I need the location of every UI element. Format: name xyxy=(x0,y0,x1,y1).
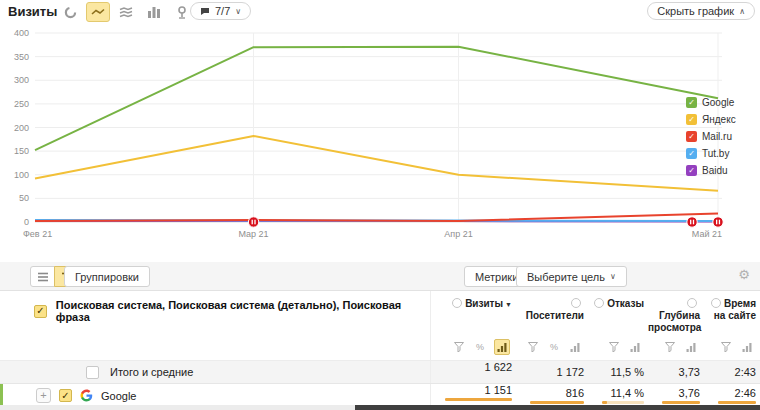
chart-legend: Google Яндекс Mail.ru Tut.by Baidu xyxy=(686,97,736,176)
funnel-icon[interactable] xyxy=(719,340,733,354)
metric-radio[interactable] xyxy=(687,298,697,308)
legend-item-mailru[interactable]: Mail.ru xyxy=(686,131,736,142)
filters-time xyxy=(704,340,760,354)
visitors-value: 816 xyxy=(516,387,584,399)
metric-radio[interactable] xyxy=(571,298,581,308)
filters-depth xyxy=(648,340,704,354)
chart-type-switcher xyxy=(58,2,194,22)
svg-text:0: 0 xyxy=(24,217,29,227)
funnel-icon[interactable] xyxy=(526,340,540,354)
legend-label: Tut.by xyxy=(702,148,729,159)
funnel-icon[interactable] xyxy=(452,340,466,354)
flat-list-view-icon[interactable] xyxy=(30,266,55,287)
svg-text:Мар 21: Мар 21 xyxy=(238,229,268,239)
svg-text:150: 150 xyxy=(14,146,29,156)
legend-label: Mail.ru xyxy=(702,131,732,142)
svg-text:100: 100 xyxy=(14,170,29,180)
visits-value: 1 151 xyxy=(431,384,512,396)
filters-visits: % xyxy=(430,334,516,360)
horizontal-scrollbar[interactable] xyxy=(0,405,760,410)
svg-text:250: 250 xyxy=(14,99,29,109)
svg-text:300: 300 xyxy=(14,75,29,85)
legend-checkbox[interactable] xyxy=(686,148,697,159)
hide-chart-label: Скрыть график xyxy=(657,5,734,17)
column-header-visitors[interactable]: Посетители xyxy=(516,291,588,322)
gear-icon[interactable]: ⚙ xyxy=(738,268,750,281)
legend-checkbox[interactable] xyxy=(686,165,697,176)
value-bar xyxy=(602,401,644,404)
row-label[interactable]: Google xyxy=(101,390,136,402)
legend-item-baidu[interactable]: Baidu xyxy=(686,165,736,176)
chart-toolbar: Визиты 7/7 ∨ Скрыть график ∧ xyxy=(0,0,760,24)
funnel-icon[interactable] xyxy=(663,340,677,354)
pie-chart-icon[interactable] xyxy=(58,2,82,22)
select-all-checkbox[interactable] xyxy=(34,305,47,318)
mini-bars-icon[interactable] xyxy=(494,339,510,355)
column-header-bounce[interactable]: Отказы xyxy=(588,291,648,310)
line-chart-icon[interactable] xyxy=(86,2,110,22)
mini-bars-icon[interactable] xyxy=(740,340,754,354)
column-header-time[interactable]: Время на сайте xyxy=(704,291,760,322)
svg-text:200: 200 xyxy=(14,123,29,133)
metric-radio[interactable] xyxy=(452,298,462,308)
select-goal-dropdown[interactable]: Выберите цель∨ xyxy=(516,266,627,287)
yandex-metrica-report: Визиты 7/7 ∨ Скрыть график ∧ xyxy=(0,0,760,410)
mini-bars-icon[interactable] xyxy=(568,340,582,354)
row-checkbox[interactable] xyxy=(86,366,99,379)
column-header-depth[interactable]: Глубина просмотра xyxy=(648,291,704,334)
svg-text:350: 350 xyxy=(14,52,29,62)
filters-visitors: % xyxy=(516,340,588,354)
comment-icon xyxy=(200,7,210,16)
row-checkbox[interactable] xyxy=(59,389,72,402)
column-header-visits[interactable]: Визиты▼ xyxy=(430,291,516,334)
legend-item-yandex[interactable]: Яндекс xyxy=(686,114,736,125)
metric-radio[interactable] xyxy=(711,298,721,308)
bounce-value: 11,5 % xyxy=(588,366,644,378)
bar-chart-icon[interactable] xyxy=(142,2,166,22)
period-dropdown[interactable]: 7/7 ∨ xyxy=(190,2,251,20)
scrollbar-thumb[interactable] xyxy=(355,405,760,410)
funnel-icon[interactable] xyxy=(607,340,621,354)
legend-label: Яндекс xyxy=(702,114,736,125)
groupings-button[interactable]: Группировки xyxy=(64,266,150,287)
sort-desc-icon: ▼ xyxy=(505,301,512,308)
chart-annotation-marker[interactable] xyxy=(713,217,723,227)
mini-bars-icon[interactable] xyxy=(684,340,698,354)
legend-item-tutby[interactable]: Tut.by xyxy=(686,148,736,159)
chart-annotation-marker[interactable] xyxy=(687,217,697,227)
time-value: 2:43 xyxy=(704,366,756,378)
legend-label: Baidu xyxy=(702,165,728,176)
visits-line-chart: 050100150200250300350400Фев 21Мар 21Апр … xyxy=(0,26,760,254)
page-title: Визиты xyxy=(8,4,57,19)
dimensions-header: Поисковая система, Поисковая система (де… xyxy=(0,291,430,323)
legend-checkbox[interactable] xyxy=(686,131,697,142)
table-header-row: Поисковая система, Поисковая система (де… xyxy=(0,291,760,334)
chevron-up-icon: ∧ xyxy=(739,7,745,16)
chart-annotation-marker[interactable] xyxy=(248,217,258,227)
row-accent xyxy=(0,384,3,407)
legend-checkbox[interactable] xyxy=(686,97,697,108)
metric-radio[interactable] xyxy=(594,298,604,308)
chevron-down-icon: ∨ xyxy=(610,272,616,281)
visitors-value: 1 172 xyxy=(516,366,584,378)
dimensions-label[interactable]: Поисковая система, Поисковая система (де… xyxy=(56,299,430,323)
svg-text:Май 21: Май 21 xyxy=(692,229,722,239)
row-label: Итого и средние xyxy=(110,366,193,378)
svg-text:400: 400 xyxy=(14,28,29,38)
legend-checkbox[interactable] xyxy=(686,114,697,125)
legend-item-google[interactable]: Google xyxy=(686,97,736,108)
report-table: Поисковая система, Поисковая система (де… xyxy=(0,291,760,410)
mini-bars-icon[interactable] xyxy=(628,340,642,354)
svg-text:Апр 21: Апр 21 xyxy=(444,229,472,239)
stacked-area-icon[interactable] xyxy=(114,2,138,22)
visits-value: 1 622 xyxy=(431,361,512,373)
depth-value: 3,73 xyxy=(648,366,700,378)
percent-icon[interactable]: % xyxy=(473,340,487,354)
percent-icon[interactable]: % xyxy=(547,340,561,354)
hide-chart-button[interactable]: Скрыть график ∧ xyxy=(647,2,755,20)
bounce-value: 11,4 % xyxy=(588,387,644,399)
period-value: 7/7 xyxy=(215,5,230,17)
table-toolbar: Группировки Метрики Выберите цель∨ ⚙ xyxy=(0,262,760,291)
time-value: 2:46 xyxy=(704,387,756,399)
expand-row-button[interactable] xyxy=(36,388,51,403)
